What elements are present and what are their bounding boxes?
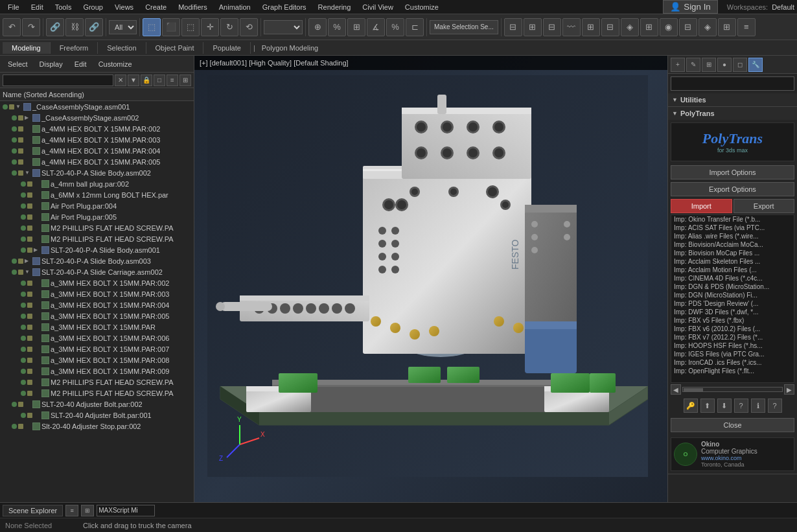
redo-button[interactable]: ↷ — [22, 18, 40, 36]
lock-icon-button[interactable]: 🔒 — [141, 75, 152, 86]
export-button[interactable]: Export — [733, 199, 795, 213]
list-item[interactable]: Imp: ACIS SAT Files (via PTC... — [671, 224, 794, 232]
expand-toggle[interactable]: ▶ — [25, 115, 32, 121]
select-icon-button[interactable]: □ — [154, 75, 165, 86]
list-item[interactable]: Imp: HOOPS HSF Files (*.hs... — [671, 341, 794, 350]
render-frame-button[interactable]: ⊟ — [679, 18, 697, 36]
right-panel-search[interactable] — [671, 76, 794, 91]
icon-btn-5[interactable]: ℹ — [751, 399, 765, 413]
tree-item[interactable]: a_4MM HEX BOLT X 15MM.PAR:004 — [0, 145, 194, 156]
scene-edit-menu[interactable]: Edit — [69, 59, 92, 69]
visibility-toggle[interactable] — [12, 137, 17, 143]
render-toggle[interactable] — [27, 214, 32, 220]
tree-item[interactable]: ▼_CaseAssemblyStage.asm001 — [0, 101, 194, 112]
extra-button[interactable]: ⊞ — [718, 18, 736, 36]
tab-populate[interactable]: Populate — [203, 42, 250, 54]
render-toggle[interactable] — [27, 281, 32, 286]
sign-in-button[interactable]: 👤 Sign In — [663, 0, 718, 14]
curve-button[interactable]: 〰 — [562, 18, 581, 36]
tree-item[interactable]: a_3MM HEX BOLT X 15MM.PAR:008 — [0, 354, 194, 365]
layer-button[interactable]: ⊟ — [543, 18, 561, 36]
filter-icon-button[interactable]: ▼ — [128, 75, 139, 86]
visibility-toggle[interactable] — [21, 336, 26, 341]
graph-button[interactable]: ⊞ — [582, 18, 600, 36]
visibility-toggle[interactable] — [21, 358, 26, 363]
render-toggle[interactable] — [18, 259, 23, 264]
render-toggle[interactable] — [18, 148, 23, 154]
menu-views[interactable]: Views — [110, 2, 139, 12]
render-toggle[interactable] — [27, 336, 32, 341]
visibility-toggle[interactable] — [21, 237, 26, 242]
render-toggle[interactable] — [27, 248, 32, 253]
rp-hierarchy-button[interactable]: ⊞ — [702, 58, 716, 72]
render-toggle[interactable] — [27, 292, 32, 297]
scroll-right-button[interactable]: ▶ — [784, 384, 794, 395]
scene-tree[interactable]: ▼_CaseAssemblyStage.asm001▶_CaseAssembly… — [0, 101, 194, 502]
list-item[interactable]: Imp: Okino Transfer File (*.b... — [671, 215, 794, 224]
tab-freeform[interactable]: Freeform — [51, 42, 98, 54]
render-toggle[interactable] — [18, 126, 23, 132]
active-shade-button[interactable]: ◈ — [699, 18, 717, 36]
scene-config-button[interactable]: ⊞ — [81, 505, 94, 516]
icon-btn-2[interactable]: ⬆ — [700, 399, 715, 413]
expand-toggle[interactable]: ▶ — [34, 247, 41, 253]
scene-display-menu[interactable]: Display — [34, 59, 68, 69]
tab-object-paint[interactable]: Object Paint — [146, 42, 204, 54]
scene-local-button[interactable]: ≡ — [65, 505, 78, 516]
rp-utilities-button[interactable]: 🔧 — [748, 58, 763, 72]
tree-item[interactable]: M2 PHILLIPS FLAT HEAD SCREW.PA — [0, 222, 194, 233]
list-item[interactable]: Imp: FBX v6 (2010.2) Files (... — [671, 325, 794, 333]
okino-banner[interactable]: O Okino Computer Graphics www.okino.com … — [671, 437, 794, 471]
tree-item[interactable]: a_4mm ball plug.par:002 — [0, 178, 194, 189]
visibility-toggle[interactable] — [21, 214, 26, 220]
list-item[interactable]: Imp: FBX v5 Files (*.fbx) — [671, 316, 794, 325]
bind-button[interactable]: 🔗 — [85, 18, 103, 36]
expand-toggle[interactable]: ▼ — [25, 170, 32, 176]
scene-customize-menu[interactable]: Customize — [93, 59, 137, 69]
visibility-toggle[interactable] — [12, 159, 17, 165]
list-item[interactable]: Imp: IronCAD .ics Files (*.ics... — [671, 358, 794, 367]
list-item[interactable]: Imp: IGES Files (via PTC Gra... — [671, 350, 794, 358]
tree-item[interactable]: a_3MM HEX BOLT X 15MM.PAR:009 — [0, 365, 194, 376]
list-item[interactable]: Imp: DGN & PDS (MicroStation... — [671, 283, 794, 291]
render-toggle[interactable] — [27, 303, 32, 308]
visibility-toggle[interactable] — [3, 104, 8, 110]
tree-item[interactable]: M2 PHILLIPS FLAT HEAD SCREW.PA — [0, 387, 194, 399]
menu-civil-view[interactable]: Civil View — [357, 2, 398, 12]
spinner-snap-button[interactable]: ⊏ — [406, 18, 424, 36]
visibility-toggle[interactable] — [12, 270, 17, 275]
icon-btn-1[interactable]: 🔑 — [684, 399, 698, 413]
visibility-toggle[interactable] — [21, 413, 26, 418]
list-item[interactable]: Imp: CINEMA 4D Files (*.c4c... — [671, 274, 794, 283]
menu-graph-editors[interactable]: Graph Editors — [257, 2, 312, 12]
import-options-button[interactable]: Import Options — [671, 165, 794, 179]
tree-item[interactable]: M2 PHILLIPS FLAT HEAD SCREW.PA — [0, 376, 194, 387]
visibility-toggle[interactable] — [21, 325, 26, 330]
sort-icon-button[interactable]: ≡ — [167, 75, 178, 86]
render-toggle[interactable] — [27, 181, 32, 187]
tree-item[interactable]: a_3MM HEX BOLT X 15MM.PAR:003 — [0, 288, 194, 299]
render-toggle[interactable] — [27, 237, 32, 242]
scale-button[interactable]: ⟲ — [240, 18, 258, 36]
maxscript-input[interactable] — [97, 505, 155, 516]
tree-item[interactable]: ▶SLT-20-40-P-A Slide Body.asm003 — [0, 255, 194, 266]
rp-display-button[interactable]: ◻ — [733, 58, 747, 72]
tree-item[interactable]: a_4MM HEX BOLT X 15MM.PAR:005 — [0, 156, 194, 167]
tree-item[interactable]: a_3MM HEX BOLT X 15MM.PAR:006 — [0, 332, 194, 343]
visibility-toggle[interactable] — [21, 203, 26, 209]
render-toggle[interactable] — [18, 115, 23, 121]
tree-item[interactable]: ▶SLT-20-40-P-A Slide Body.asm001 — [0, 244, 194, 255]
view-dropdown[interactable]: View — [264, 20, 303, 34]
render-toggle[interactable] — [18, 424, 23, 429]
clear-search-button[interactable]: ✕ — [115, 75, 126, 86]
render-toggle[interactable] — [18, 170, 23, 176]
export-options-button[interactable]: Export Options — [671, 182, 794, 196]
visibility-toggle[interactable] — [21, 281, 26, 286]
tree-item[interactable]: a_6MM x 12mm Long BOLT HEX.par — [0, 189, 194, 200]
render-setup-button[interactable]: ⊞ — [640, 18, 658, 36]
visibility-toggle[interactable] — [21, 314, 26, 319]
render-button[interactable]: ◉ — [660, 18, 678, 36]
render-toggle[interactable] — [18, 159, 23, 165]
visibility-toggle[interactable] — [12, 115, 17, 121]
render-toggle[interactable] — [27, 380, 32, 385]
